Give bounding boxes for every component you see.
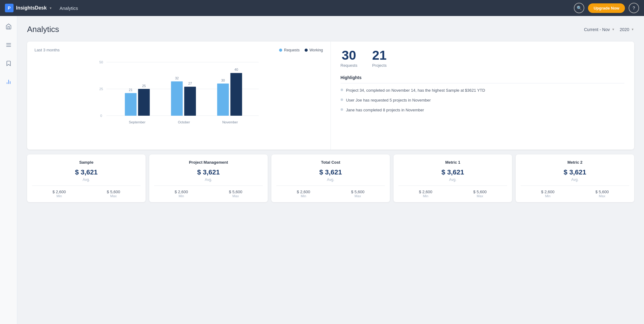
metric-card-max-3: $ 5,600 Max	[473, 190, 486, 198]
chart-header: Last 3 months Requests Working	[34, 48, 323, 52]
metric-card-value-2: $ 3,621	[276, 168, 385, 176]
nav-page-title: Analytics	[60, 6, 78, 11]
working-legend-dot	[305, 49, 308, 52]
metric-card-max-2: $ 5,600 Max	[351, 190, 364, 198]
chart-title: Last 3 months	[34, 48, 60, 52]
legend-working: Working	[305, 48, 323, 52]
svg-text:October: October	[178, 120, 190, 124]
svg-rect-18	[184, 87, 196, 116]
main-layout: Analytics Current - Nov ▼ 2020 ▼ Last 3 …	[0, 16, 644, 324]
header-controls: Current - Nov ▼ 2020 ▼	[584, 27, 634, 32]
highlight-dot-1	[341, 89, 343, 91]
highlights-title: Highlights	[341, 75, 625, 83]
metric-card-value-1: $ 3,621	[154, 168, 263, 176]
metric-card-title-2: Total Cost	[276, 160, 385, 165]
top-section: Last 3 months Requests Working	[27, 42, 634, 150]
metric-card-4: Metric 2 $ 3,621 Avg. $ 2,600 Min $ 5,60…	[516, 154, 634, 202]
requests-value: 30	[341, 49, 358, 62]
highlight-item-1: Project 34, completed on November 14, ha…	[341, 88, 625, 93]
requests-legend-dot	[279, 49, 282, 52]
svg-text:September: September	[129, 120, 146, 124]
metric-card-1: Project Management $ 3,621 Avg. $ 2,600 …	[149, 154, 268, 202]
bar-chart: 50 25 0 21	[34, 57, 323, 143]
highlight-item-3: Jane has completed 8 projects in Novembe…	[341, 107, 625, 113]
svg-text:November: November	[222, 120, 238, 124]
metric-card-minmax-2: $ 2,600 Min $ 5,600 Max	[276, 190, 385, 198]
upgrade-button[interactable]: Upgrade Now	[588, 3, 625, 13]
legend-requests: Requests	[279, 48, 300, 52]
metric-card-title-0: Sample	[32, 160, 141, 165]
metric-card-title-4: Metric 2	[521, 160, 629, 165]
svg-rect-22	[230, 73, 242, 116]
month-dropdown[interactable]: Current - Nov ▼	[584, 27, 615, 32]
metric-card-min-4: $ 2,600 Min	[541, 190, 554, 198]
svg-rect-20	[217, 84, 229, 116]
metric-card-max-4: $ 5,600 Max	[595, 190, 609, 198]
sidebar-item-home[interactable]	[3, 21, 14, 32]
svg-text:40: 40	[234, 68, 238, 71]
month-dropdown-arrow-icon: ▼	[612, 28, 615, 31]
sidebar-item-analytics[interactable]	[3, 76, 14, 87]
metric-card-0: Sample $ 3,621 Avg. $ 2,600 Min $ 5,600 …	[27, 154, 146, 202]
metric-card-2: Total Cost $ 3,621 Avg. $ 2,600 Min $ 5,…	[271, 154, 390, 202]
highlight-item-2: User Joe has requested 5 projects in Nov…	[341, 98, 625, 103]
metric-card-minmax-0: $ 2,600 Min $ 5,600 Max	[32, 190, 141, 198]
svg-text:25: 25	[142, 84, 146, 88]
metric-card-avg-1: Avg.	[154, 178, 263, 186]
metric-card-avg-0: Avg.	[32, 178, 141, 186]
stats-card: 30 Requests 21 Projects Highlights Proje…	[331, 42, 634, 150]
main-content: Analytics Current - Nov ▼ 2020 ▼ Last 3 …	[17, 16, 644, 324]
metric-card-minmax-1: $ 2,600 Min $ 5,600 Max	[154, 190, 263, 198]
brand-chevron-icon: ▼	[49, 6, 52, 10]
svg-text:27: 27	[188, 82, 192, 85]
requests-metric: 30 Requests	[341, 49, 358, 68]
help-button[interactable]: ?	[629, 3, 639, 13]
chart-card: Last 3 months Requests Working	[27, 42, 331, 150]
metric-card-avg-2: Avg.	[276, 178, 385, 186]
metric-card-min-1: $ 2,600 Min	[175, 190, 188, 198]
svg-rect-12	[125, 93, 137, 116]
sidebar-item-list[interactable]	[3, 39, 14, 50]
metric-card-title-1: Project Management	[154, 160, 263, 165]
chart-legend: Requests Working	[279, 48, 323, 52]
svg-rect-16	[171, 82, 183, 116]
bottom-metrics: Sample $ 3,621 Avg. $ 2,600 Min $ 5,600 …	[27, 154, 634, 202]
top-nav: P InsightsDesk ▼ Analytics 🔍 Upgrade Now…	[0, 0, 644, 16]
highlight-dot-2	[341, 98, 343, 101]
svg-text:25: 25	[99, 87, 103, 91]
metric-card-min-2: $ 2,600 Min	[297, 190, 310, 198]
highlights-section: Highlights Project 34, completed on Nove…	[341, 75, 625, 113]
svg-text:21: 21	[129, 88, 133, 92]
metric-card-title-3: Metric 1	[398, 160, 507, 165]
year-dropdown[interactable]: 2020 ▼	[620, 27, 634, 32]
nav-actions: 🔍 Upgrade Now ?	[574, 3, 639, 13]
svg-text:50: 50	[99, 60, 103, 64]
page-header: Analytics Current - Nov ▼ 2020 ▼	[27, 25, 634, 34]
brand-icon: P	[5, 4, 14, 12]
metric-card-minmax-3: $ 2,600 Min $ 5,600 Max	[398, 190, 507, 198]
svg-rect-14	[138, 89, 150, 116]
metric-card-min-3: $ 2,600 Min	[419, 190, 432, 198]
svg-text:32: 32	[175, 76, 179, 80]
svg-text:0: 0	[100, 114, 102, 118]
brand[interactable]: P InsightsDesk ▼	[5, 4, 52, 12]
page-title: Analytics	[27, 25, 59, 34]
metric-card-value-4: $ 3,621	[521, 168, 629, 176]
projects-label: Projects	[372, 63, 386, 68]
metric-card-value-0: $ 3,621	[32, 168, 141, 176]
projects-value: 21	[372, 49, 386, 62]
search-button[interactable]: 🔍	[574, 3, 584, 13]
metrics-row: 30 Requests 21 Projects	[341, 49, 625, 68]
requests-label: Requests	[341, 63, 358, 68]
metric-card-avg-3: Avg.	[398, 178, 507, 186]
svg-text:30: 30	[221, 78, 225, 82]
projects-metric: 21 Projects	[372, 49, 386, 68]
year-dropdown-arrow-icon: ▼	[631, 28, 634, 31]
bar-chart-svg: 50 25 0 21	[34, 57, 323, 143]
metric-card-value-3: $ 3,621	[398, 168, 507, 176]
metric-card-3: Metric 1 $ 3,621 Avg. $ 2,600 Min $ 5,60…	[394, 154, 512, 202]
sidebar-item-bookmark[interactable]	[3, 58, 14, 69]
metric-card-min-0: $ 2,600 Min	[53, 190, 66, 198]
metric-card-max-0: $ 5,600 Max	[107, 190, 120, 198]
highlight-dot-3	[341, 108, 343, 111]
